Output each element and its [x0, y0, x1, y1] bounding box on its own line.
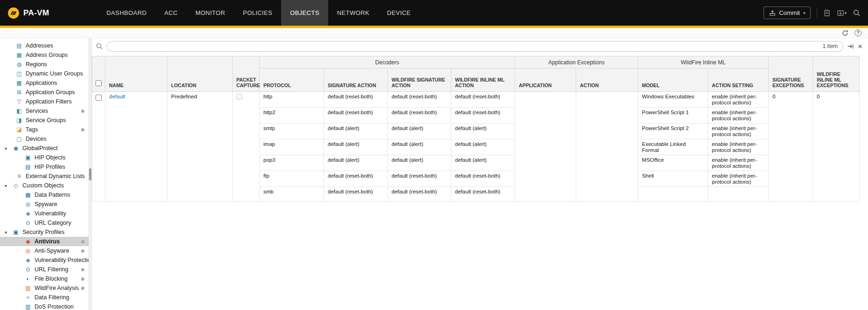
sidebar-item-vulnerability[interactable]: ◈Vulnerability	[0, 209, 89, 218]
wildfire-signature-action-cell: default (reset-both)	[388, 187, 451, 202]
sidebar-item-applications[interactable]: ▩Applications	[0, 78, 89, 88]
security-profiles-icon: ▣	[12, 229, 20, 235]
signature-action-cell: default (reset-both)	[324, 171, 388, 187]
sidebar-item-spyware[interactable]: ◎Spyware	[0, 200, 89, 209]
sidebar-item-data-patterns[interactable]: ▦Data Patterns	[0, 190, 89, 200]
apply-filter-icon[interactable]	[847, 43, 854, 50]
col-header-wildfire-inline-ml-action[interactable]: WILDFIRE INLINE ML ACTION	[451, 69, 515, 92]
protocol-cell: smtp	[260, 124, 324, 139]
spyware-icon: ◎	[24, 201, 32, 207]
nav-policies[interactable]: POLICIES	[234, 0, 281, 26]
col-header-action[interactable]: ACTION	[576, 69, 638, 92]
sidebar-item-anti-spyware[interactable]: ◎Anti-Spyware	[0, 246, 89, 255]
resize-grip[interactable]	[89, 168, 91, 180]
wildfire-inline-ml-action-cell: default (reset-both)	[451, 187, 515, 202]
protocol-cell: imap	[260, 139, 324, 155]
divider	[817, 8, 817, 18]
sidebar-item-file-blocking[interactable]: ◐File Blocking	[0, 274, 89, 283]
col-header-signature-action[interactable]: SIGNATURE ACTION	[324, 69, 388, 92]
nav-network[interactable]: NETWORK	[328, 0, 378, 26]
packet-capture-checkbox	[236, 94, 242, 100]
sidebar-item-custom-objects[interactable]: ▾◇Custom Objects	[0, 181, 89, 190]
signature-action-cell: default (reset-both)	[324, 108, 388, 124]
refresh-icon[interactable]	[841, 29, 849, 37]
sidebar-item-addresses[interactable]: ▤Addresses	[0, 41, 89, 50]
col-header-protocol[interactable]: PROTOCOL	[260, 69, 324, 92]
col-header-wildfire-inline-ml-exceptions[interactable]: WILDFIRE INLINE ML EXCEPTIONS	[813, 56, 860, 92]
sidebar-item-dynamic-user-groups[interactable]: ◫Dynamic User Groups	[0, 69, 89, 78]
globalprotect-icon: ◉	[12, 145, 20, 151]
col-header-name[interactable]: NAME	[105, 56, 167, 92]
item-count: 1 item	[822, 43, 838, 49]
sidebar-item-tags[interactable]: ◪Tags	[0, 125, 89, 134]
application-filters-icon: ▽	[15, 99, 23, 104]
regions-icon: ◍	[15, 62, 23, 67]
usage-indicator-dot	[81, 287, 84, 290]
task-manager-icon[interactable]	[823, 9, 831, 17]
sidebar-item-dos-protection[interactable]: ▥DoS Protection	[0, 302, 89, 310]
chevron-down-icon[interactable]: ▾	[5, 183, 12, 188]
sidebar-item-antivirus[interactable]: ◆Antivirus	[0, 237, 89, 246]
sidebar-item-vulnerability-protection[interactable]: ◈Vulnerability Protection	[0, 255, 89, 265]
group-header-decoders: Decoders	[260, 56, 515, 69]
col-header-location[interactable]: LOCATION	[167, 56, 233, 92]
wildfire-analysis-icon: ▨	[24, 285, 32, 291]
signature-action-cell: default (reset-both)	[324, 92, 388, 108]
sidebar-item-services[interactable]: ◧Services	[0, 106, 89, 116]
chevron-down-icon[interactable]: ▾	[5, 230, 12, 235]
sidebar-item-application-groups[interactable]: ⊞Application Groups	[0, 88, 89, 97]
page-toolbar: ?	[0, 28, 868, 38]
col-header-application[interactable]: APPLICATION	[515, 69, 576, 92]
sidebar-item-hip-objects[interactable]: ▣HIP Objects	[0, 153, 89, 162]
filter-input[interactable]	[107, 41, 843, 52]
dos-protection-icon: ▥	[24, 304, 32, 310]
profile-name-link[interactable]: default	[109, 94, 125, 99]
protocol-cell: ftp	[260, 171, 324, 187]
sidebar-item-address-groups[interactable]: ▦Address Groups	[0, 50, 89, 60]
commit-button[interactable]: Commit ▾	[764, 7, 811, 19]
col-header-wildfire-signature-action[interactable]: WILDFIRE SIGNATURE ACTION	[388, 69, 451, 92]
sidebar-item-external-dynamic-lists[interactable]: ≡External Dynamic Lists	[0, 172, 89, 181]
select-all-checkbox[interactable]	[96, 80, 102, 86]
nav-monitor[interactable]: MONITOR	[186, 0, 234, 26]
sidebar-item-wildfire-analysis[interactable]: ▨WildFire Analysis	[0, 283, 89, 293]
top-navigation-bar: PA-VM DASHBOARD ACC MONITOR POLICIES OBJ…	[0, 0, 868, 26]
col-header-action-setting[interactable]: ACTION SETTING	[708, 69, 769, 92]
sidebar-item-globalprotect[interactable]: ▾◉GlobalProtect	[0, 144, 89, 153]
chevron-down-icon[interactable]: ▾	[5, 146, 12, 151]
devices-icon: ▢	[15, 136, 23, 142]
sidebar-item-regions[interactable]: ◍Regions	[0, 60, 89, 69]
col-header-model[interactable]: MODEL	[638, 69, 708, 92]
protocol-cell: http	[260, 92, 324, 108]
application-groups-icon: ⊞	[15, 90, 23, 95]
sidebar-item-security-profiles[interactable]: ▾▣Security Profiles	[0, 227, 89, 237]
search-icon	[96, 42, 103, 50]
sidebar-item-application-filters[interactable]: ▽Application Filters	[0, 97, 89, 106]
sidebar-item-devices[interactable]: ▢Devices	[0, 134, 89, 144]
help-icon[interactable]: ?	[854, 29, 861, 36]
url-filtering-icon: ⊙	[24, 267, 32, 272]
nav-device[interactable]: DEVICE	[378, 0, 420, 26]
sidebar-item-service-groups[interactable]: ◨Service Groups	[0, 116, 89, 125]
action-setting-cell: enable (inherit per-protocol actions)	[708, 171, 769, 187]
col-header-signature-exceptions[interactable]: SIGNATURE EXCEPTIONS	[769, 56, 813, 92]
sidebar-item-url-category[interactable]: ⊙URL Category	[0, 218, 89, 227]
sidebar-item-url-filtering[interactable]: ⊙URL Filtering	[0, 265, 89, 274]
sidebar-item-data-filtering[interactable]: ≈Data Filtering	[0, 293, 89, 302]
save-config-icon[interactable]: ▾	[837, 9, 847, 17]
global-search-icon[interactable]	[853, 9, 861, 17]
wildfire-signature-action-cell: default (alert)	[388, 124, 451, 139]
action-setting-cell: enable (inherit per-protocol actions)	[708, 108, 769, 124]
usage-indicator-dot	[81, 249, 84, 253]
col-header-packet-capture[interactable]: PACKET CAPTURE	[233, 56, 260, 92]
row-select-checkbox[interactable]	[96, 95, 102, 101]
clear-filter-icon[interactable]: ×	[858, 42, 862, 50]
sidebar-item-hip-profiles[interactable]: ▤HIP Profiles	[0, 162, 89, 172]
sidebar-resize-handle[interactable]	[89, 38, 92, 310]
model-cell	[638, 187, 708, 202]
palo-alto-logo-icon	[7, 7, 20, 19]
nav-acc[interactable]: ACC	[155, 0, 186, 26]
nav-objects[interactable]: OBJECTS	[281, 0, 328, 26]
nav-dashboard[interactable]: DASHBOARD	[98, 0, 156, 26]
signature-exceptions-cell: 0	[769, 92, 813, 202]
